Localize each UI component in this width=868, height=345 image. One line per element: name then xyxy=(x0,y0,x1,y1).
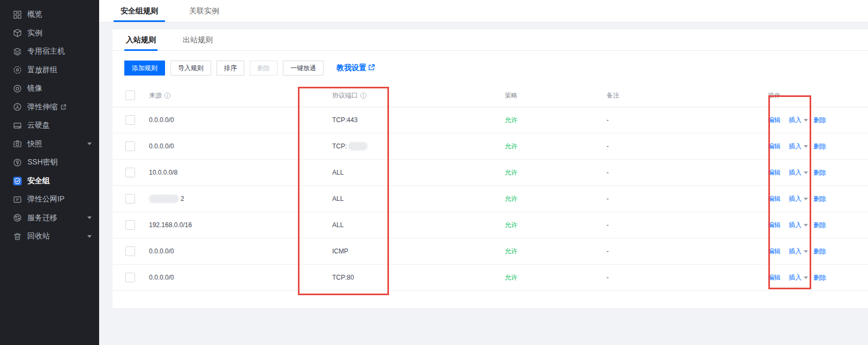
add-rule-button[interactable]: 添加规则 xyxy=(124,61,165,76)
policy-value: 允许 xyxy=(505,116,518,124)
teach-me-setup-link[interactable]: 教我设置 xyxy=(336,63,375,73)
delete-link[interactable]: 删除 xyxy=(813,247,826,256)
table-row: 10.0.0.0/8ALL允许-编辑插入删除 xyxy=(113,160,868,186)
source-value: 0.0.0.0/0 xyxy=(149,142,174,150)
insert-link[interactable]: 插入 xyxy=(789,273,802,282)
row-checkbox[interactable] xyxy=(125,220,135,230)
remark-value: - xyxy=(607,274,609,281)
chevron-down-icon[interactable] xyxy=(804,145,808,148)
chevron-down-icon[interactable] xyxy=(804,224,808,227)
delete-link[interactable]: 删除 xyxy=(813,273,826,282)
sidebar: 概览实例专用宿主机置放群组镜像弹性伸缩云硬盘快照SSH密钥安全组IP弹性公网IP… xyxy=(0,0,99,345)
sidebar-item-cloud-disks[interactable]: 云硬盘 xyxy=(0,116,99,135)
sidebar-item-security-groups[interactable]: 安全组 xyxy=(0,172,99,191)
chevron-down-icon[interactable] xyxy=(87,216,92,219)
edit-link[interactable]: 编辑 xyxy=(768,116,781,125)
row-checkbox[interactable] xyxy=(125,246,135,256)
edit-link[interactable]: 编辑 xyxy=(768,273,781,282)
remark-value: - xyxy=(607,142,609,150)
sidebar-item-dedicated-hosts[interactable]: 专用宿主机 xyxy=(0,42,99,61)
table-row: 0.0.0.0/0TCP:允许-编辑插入删除 xyxy=(113,133,868,160)
sidebar-item-label: SSH密钥 xyxy=(27,158,58,167)
insert-link[interactable]: 插入 xyxy=(789,116,802,125)
page-tab-bar: 安全组规则 关联实例 xyxy=(99,0,868,22)
source-value: 192.168.0.0/16 xyxy=(149,221,192,229)
insert-link[interactable]: 插入 xyxy=(789,194,802,204)
import-rules-button[interactable]: 导入规则 xyxy=(170,61,211,76)
security-group-icon xyxy=(13,176,22,185)
sidebar-item-placement-groups[interactable]: 置放群组 xyxy=(0,61,99,80)
sidebar-item-snapshots[interactable]: 快照 xyxy=(0,135,99,154)
chevron-down-icon[interactable] xyxy=(804,250,808,253)
sidebar-item-ssh-keys[interactable]: SSH密钥 xyxy=(0,153,99,172)
row-checkbox[interactable] xyxy=(125,168,135,177)
sidebar-item-label: 云硬盘 xyxy=(27,121,50,130)
delete-link[interactable]: 删除 xyxy=(813,116,826,125)
header-cell-remark: 备注 xyxy=(607,91,768,100)
source-value: 0.0.0.0/0 xyxy=(149,248,174,255)
sidebar-item-instances[interactable]: 实例 xyxy=(0,24,99,43)
remark-value: - xyxy=(607,195,609,202)
recycle-icon xyxy=(13,232,22,241)
delete-link[interactable]: 删除 xyxy=(813,168,826,177)
chevron-down-icon[interactable] xyxy=(87,235,92,238)
row-checkbox[interactable] xyxy=(125,273,135,282)
info-icon[interactable] xyxy=(360,92,367,99)
tab-security-group-rules[interactable]: 安全组规则 xyxy=(114,0,165,22)
table-row: 0.0.0.0/0ICMP允许-编辑插入删除 xyxy=(113,238,868,265)
row-checkbox[interactable] xyxy=(125,141,135,151)
tab-outbound-rules[interactable]: 出站规则 xyxy=(181,29,214,50)
chevron-down-icon[interactable] xyxy=(804,171,808,174)
row-checkbox[interactable] xyxy=(125,194,135,204)
sidebar-item-recycle-bin[interactable]: 回收站 xyxy=(0,227,99,246)
insert-link[interactable]: 插入 xyxy=(789,168,802,177)
info-icon[interactable] xyxy=(164,92,171,99)
header-cell-checkbox xyxy=(113,91,149,100)
tab-associated-instances[interactable]: 关联实例 xyxy=(182,0,226,22)
rule-direction-tabs: 入站规则 出站规则 xyxy=(113,29,868,51)
edit-link[interactable]: 编辑 xyxy=(768,221,781,230)
chevron-down-icon[interactable] xyxy=(804,119,808,122)
column-label-protocol-port: 协议端口 xyxy=(332,91,358,100)
sidebar-item-overview[interactable]: 概览 xyxy=(0,5,99,24)
insert-link[interactable]: 插入 xyxy=(789,221,802,230)
select-all-checkbox[interactable] xyxy=(125,91,135,100)
sidebar-item-images[interactable]: 镜像 xyxy=(0,79,99,98)
tab-inbound-rules[interactable]: 入站规则 xyxy=(124,29,158,50)
policy-value: 允许 xyxy=(505,221,518,229)
source-value: 2 xyxy=(181,195,184,202)
migration-icon xyxy=(13,213,22,222)
open-all-ports-button[interactable]: 一键放通 xyxy=(283,61,324,76)
image-icon xyxy=(13,84,22,93)
sidebar-item-auto-scaling[interactable]: 弹性伸缩 xyxy=(0,98,99,117)
redacted-value xyxy=(149,194,179,203)
column-label-action: 操作 xyxy=(768,91,781,100)
chevron-down-icon[interactable] xyxy=(804,276,808,279)
sidebar-item-label: 快照 xyxy=(27,139,42,149)
edit-link[interactable]: 编辑 xyxy=(768,247,781,256)
table-row: 192.168.0.0/16ALL允许-编辑插入删除 xyxy=(113,212,868,238)
sidebar-item-label: 专用宿主机 xyxy=(27,47,65,56)
table-row: 0.0.0.0/0TCP:443允许-编辑插入删除 xyxy=(113,107,868,133)
insert-link[interactable]: 插入 xyxy=(789,142,802,151)
table-header-row: 来源 协议端口 策略 备注 操作 xyxy=(113,84,868,107)
sort-button[interactable]: 排序 xyxy=(216,61,244,76)
sidebar-item-eip[interactable]: IP弹性公网IP xyxy=(0,190,99,209)
policy-value: 允许 xyxy=(505,169,518,176)
edit-link[interactable]: 编辑 xyxy=(768,194,781,204)
insert-link[interactable]: 插入 xyxy=(789,247,802,256)
chevron-down-icon[interactable] xyxy=(87,142,92,145)
delete-link[interactable]: 删除 xyxy=(813,142,826,151)
host-icon xyxy=(13,47,22,56)
row-checkbox[interactable] xyxy=(125,115,135,125)
table-row: 0.0.0.0/0TCP:80允许-编辑插入删除 xyxy=(113,265,868,291)
edit-link[interactable]: 编辑 xyxy=(768,142,781,151)
policy-value: 允许 xyxy=(505,274,518,281)
sidebar-item-service-migration[interactable]: 服务迁移 xyxy=(0,209,99,228)
rules-toolbar: 添加规则导入规则排序删除一键放通教我设置 xyxy=(124,61,868,76)
chevron-down-icon[interactable] xyxy=(804,198,808,200)
edit-link[interactable]: 编辑 xyxy=(768,168,781,177)
column-label-remark: 备注 xyxy=(607,92,619,99)
delete-link[interactable]: 删除 xyxy=(813,221,826,230)
delete-link[interactable]: 删除 xyxy=(813,194,826,204)
